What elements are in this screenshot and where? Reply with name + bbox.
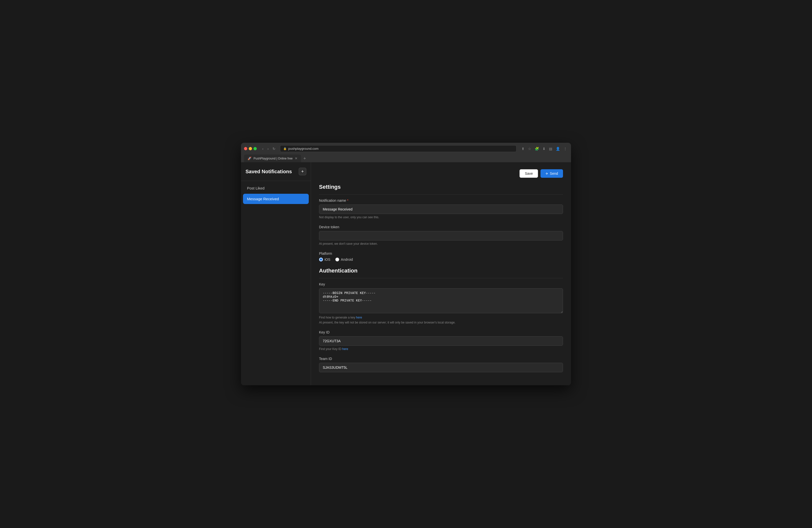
platform-options: iOS Android xyxy=(319,258,563,262)
menu-icon[interactable]: ⋮ xyxy=(563,146,568,151)
share-icon[interactable]: ⬆ xyxy=(521,146,525,151)
key-hint-link[interactable]: here xyxy=(356,316,362,319)
nav-buttons: ‹ › ↻ xyxy=(261,146,277,151)
ios-label: iOS xyxy=(324,258,330,262)
device-token-hint: At present, we don't save your device to… xyxy=(319,242,563,246)
notification-name-hint: Not display to the user, only you can se… xyxy=(319,216,563,219)
sidebar-icon[interactable]: ▤ xyxy=(548,146,553,151)
back-button[interactable]: ‹ xyxy=(261,146,265,151)
tab-title: PushPlayground | Online free xyxy=(253,157,293,160)
sidebar-item-post-liked[interactable]: Post Liked xyxy=(243,183,309,193)
traffic-light-red[interactable] xyxy=(244,147,247,150)
browser-controls: ‹ › ↻ 🔒 pushplayground.com ⬆ ☆ 🧩 ⬇ ▤ 👤 ⋮ xyxy=(244,145,568,152)
main-header: Save ✈ Send xyxy=(319,169,563,178)
key-hint2: At present, the key will not be stored o… xyxy=(319,321,563,324)
sidebar-item-message-received[interactable]: Message Received xyxy=(243,194,309,204)
key-id-hint-link[interactable]: here xyxy=(342,347,348,351)
send-icon: ✈ xyxy=(546,172,548,176)
authentication-section: Authentication Key -----BEGIN PRIVATE KE… xyxy=(319,267,563,372)
tab-favicon: 🚀 xyxy=(247,157,251,160)
extensions-icon[interactable]: 🧩 xyxy=(534,146,540,151)
forward-button[interactable]: › xyxy=(266,146,270,151)
app-content: Saved Notifications + Post Liked Message… xyxy=(241,162,571,385)
send-button[interactable]: ✈ Send xyxy=(540,169,563,178)
notification-name-section: Notification name * Not display to the u… xyxy=(319,199,563,219)
device-token-input[interactable] xyxy=(319,231,563,240)
platform-section: Platform iOS Android xyxy=(319,251,563,262)
traffic-lights xyxy=(244,147,257,150)
platform-label: Platform xyxy=(319,251,563,255)
browser-toolbar-icons: ⬆ ☆ 🧩 ⬇ ▤ 👤 ⋮ xyxy=(521,146,568,151)
sidebar-list: Post Liked Message Received xyxy=(241,181,311,206)
key-textarea[interactable]: -----BEGIN PRIVATE KEY----- dt0hkzD+ ---… xyxy=(319,288,563,313)
sidebar-header: Saved Notifications + xyxy=(241,162,311,181)
android-radio[interactable] xyxy=(335,258,339,262)
profile-icon[interactable]: 👤 xyxy=(555,146,561,151)
url-text: pushplayground.com xyxy=(288,147,319,150)
notification-name-label: Notification name * xyxy=(319,199,563,203)
android-option[interactable]: Android xyxy=(335,258,353,262)
traffic-light-green[interactable] xyxy=(253,147,257,150)
key-id-label: Key ID xyxy=(319,330,563,334)
browser-window: ‹ › ↻ 🔒 pushplayground.com ⬆ ☆ 🧩 ⬇ ▤ 👤 ⋮… xyxy=(241,143,571,385)
browser-chrome: ‹ › ↻ 🔒 pushplayground.com ⬆ ☆ 🧩 ⬇ ▤ 👤 ⋮… xyxy=(241,143,571,162)
main-content: Save ✈ Send Settings Notification name *… xyxy=(311,162,571,385)
team-id-label: Team ID xyxy=(319,357,563,361)
device-token-label: Device token xyxy=(319,225,563,229)
save-button[interactable]: Save xyxy=(520,169,538,178)
key-id-input[interactable] xyxy=(319,336,563,346)
auth-title: Authentication xyxy=(319,267,563,278)
ios-option[interactable]: iOS xyxy=(319,258,330,262)
address-bar[interactable]: 🔒 pushplayground.com xyxy=(280,145,517,152)
key-id-hint: Find your Key ID here xyxy=(319,347,563,351)
key-section: Key -----BEGIN PRIVATE KEY----- dt0hkzD+… xyxy=(319,282,563,324)
key-id-section: Key ID Find your Key ID here xyxy=(319,330,563,351)
traffic-light-yellow[interactable] xyxy=(249,147,252,150)
send-label: Send xyxy=(550,172,558,176)
active-tab[interactable]: 🚀 PushPlayground | Online free ✕ xyxy=(244,155,301,162)
ios-radio[interactable] xyxy=(319,258,323,262)
settings-title: Settings xyxy=(319,184,563,194)
key-label: Key xyxy=(319,282,563,286)
settings-section: Settings Notification name * Not display… xyxy=(319,184,563,262)
refresh-button[interactable]: ↻ xyxy=(271,146,277,151)
team-id-input[interactable] xyxy=(319,363,563,372)
browser-tabs: 🚀 PushPlayground | Online free ✕ + xyxy=(244,155,568,162)
device-token-section: Device token At present, we don't save y… xyxy=(319,225,563,246)
sidebar: Saved Notifications + Post Liked Message… xyxy=(241,162,311,385)
add-notification-button[interactable]: + xyxy=(299,168,306,175)
android-label: Android xyxy=(341,258,353,262)
required-star: * xyxy=(347,199,348,203)
sidebar-title: Saved Notifications xyxy=(246,169,292,175)
bookmark-icon[interactable]: ☆ xyxy=(527,146,532,151)
new-tab-button[interactable]: + xyxy=(302,155,308,162)
lock-icon: 🔒 xyxy=(283,147,287,150)
tab-close-button[interactable]: ✕ xyxy=(295,157,298,160)
key-hint1: Find how to generate a key here xyxy=(319,316,563,319)
notification-name-input[interactable] xyxy=(319,205,563,214)
team-id-section: Team ID xyxy=(319,357,563,372)
download-icon[interactable]: ⬇ xyxy=(541,146,547,151)
